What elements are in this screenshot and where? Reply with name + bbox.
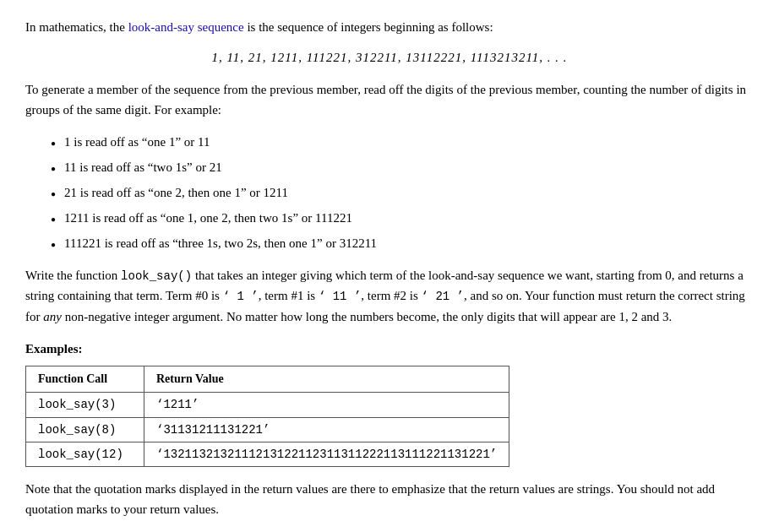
table-cell-return: ‘132113213211121312211231131122211311122… (144, 442, 509, 466)
table-cell-function: look_say(3) (26, 393, 144, 417)
func-text-2: , term #1 is (259, 289, 319, 302)
list-item-text: 11 is read off as “two 1s” or 21 (64, 157, 222, 177)
table-cell-function: look_say(8) (26, 417, 144, 442)
term2-code: ‘ 21 ’ (422, 290, 464, 303)
note-paragraph: Note that the quotation marks displayed … (25, 479, 754, 519)
table-cell-function: look_say(12) (26, 442, 144, 466)
examples-heading: Examples: (25, 339, 754, 359)
table-cell-return: ‘1211’ (144, 393, 509, 417)
description-paragraph: To generate a member of the sequence fro… (25, 79, 754, 120)
intro-paragraph: In mathematics, the look-and-say sequenc… (25, 17, 754, 37)
list-item-text: 21 is read off as “one 2, then one 1” or… (64, 182, 288, 203)
table-cell-return: ‘31131211131221’ (144, 417, 509, 442)
description-text: To generate a member of the sequence fro… (25, 83, 746, 117)
table-row: look_say(3) ‘1211’ (26, 393, 509, 417)
intro-text-after-link: is the sequence of integers beginning as… (244, 20, 493, 34)
list-item-text: 111221 is read off as “three 1s, two 2s,… (64, 233, 377, 253)
list-item: 21 is read off as “one 2, then one 1” or… (51, 182, 754, 203)
col-header-function-call: Function Call (26, 366, 144, 392)
examples-table: Function Call Return Value look_say(3) ‘… (25, 366, 509, 468)
list-item-text: 1 is read off as “one 1” or 11 (64, 132, 210, 152)
col-header-return-value: Return Value (144, 366, 509, 392)
function-paragraph: Write the function look_say() that takes… (25, 265, 754, 327)
look-and-say-link[interactable]: look-and-say sequence (128, 20, 244, 34)
intro-text-before-link: In mathematics, the (25, 20, 128, 34)
func-text-5: non-negative integer argument. No matter… (62, 310, 672, 323)
list-item: 1211 is read off as “one 1, one 2, then … (51, 208, 754, 228)
sequence-display: 1, 11, 21, 1211, 111221, 312211, 1311222… (25, 47, 754, 68)
list-item: 11 is read off as “two 1s” or 21 (51, 157, 754, 177)
table-header-row: Function Call Return Value (26, 366, 509, 392)
func-text-before-code: Write the function (25, 269, 121, 282)
italic-any: any (43, 310, 62, 323)
sequence-values: 1, 11, 21, 1211, 111221, 312211, 1311222… (211, 51, 567, 64)
bullet-list: 1 is read off as “one 1” or 11 11 is rea… (51, 132, 754, 253)
func-text-3: , term #2 is (361, 289, 421, 302)
term0-code: ‘ 1 ’ (223, 290, 259, 303)
list-item-text: 1211 is read off as “one 1, one 2, then … (64, 208, 352, 228)
term1-code: ‘ 11 ’ (319, 290, 361, 303)
list-item: 111221 is read off as “three 1s, two 2s,… (51, 233, 754, 253)
table-row: look_say(8) ‘31131211131221’ (26, 417, 509, 442)
function-code-name: look_say() (121, 269, 192, 283)
list-item: 1 is read off as “one 1” or 11 (51, 132, 754, 152)
table-row: look_say(12) ‘13211321321112131221123113… (26, 442, 509, 466)
